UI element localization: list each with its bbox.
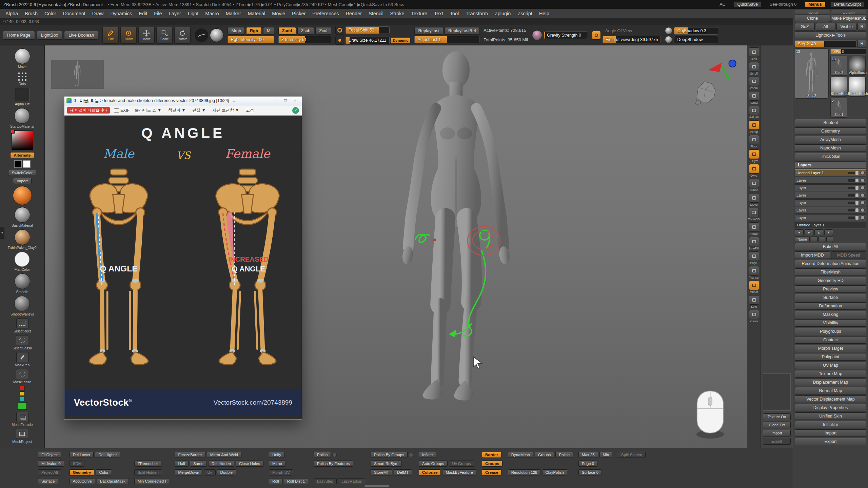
main-colors[interactable] (14, 160, 31, 168)
bottom-auto-groups[interactable]: Auto Groups (419, 461, 448, 467)
strip-l-sym[interactable]: L.Sym (749, 149, 759, 163)
layer-layer[interactable]: Layer (795, 207, 866, 214)
rotate-button[interactable]: Rotate (174, 27, 191, 44)
bottom-min[interactable]: Min (599, 452, 613, 458)
bottom-groups[interactable]: Groups (535, 452, 554, 458)
strip-zoom3d[interactable]: Zoom3D (748, 208, 760, 221)
black-swatch[interactable] (14, 160, 22, 168)
viewer-menu-고정[interactable]: 고정 (244, 107, 255, 114)
live-boolean-button[interactable]: Live Boolean (64, 31, 98, 40)
bottom-uv-groups[interactable]: Uv Groups (449, 461, 474, 467)
panel-normal-map[interactable]: Normal Map (795, 387, 866, 394)
color-picker[interactable] (12, 130, 33, 150)
layer-arrow-button[interactable]: ◄ (795, 229, 804, 235)
bottom-projectall[interactable]: ProjectAll (38, 469, 61, 475)
bottom-polish[interactable]: Polish (314, 452, 331, 458)
menu-text[interactable]: Text (431, 9, 447, 18)
panel-geometry[interactable]: Geometry (795, 127, 866, 135)
panel-header-layers[interactable]: Layers (795, 161, 866, 168)
menu-light[interactable]: Light (184, 9, 202, 18)
panel-polygroups[interactable]: Polygroups (795, 328, 866, 335)
layer-arrow-button[interactable]: ▼ (824, 229, 833, 235)
sidebar-item-maskpen[interactable]: MaskPen (15, 352, 30, 367)
menu-alpha[interactable]: Alpha (2, 9, 21, 18)
rgb-button[interactable]: Rgb (246, 27, 262, 35)
sidebar-item-move[interactable]: Move (15, 48, 30, 69)
panel-slider-step2-48[interactable]: Step2. 48 (795, 40, 856, 47)
quicksave-button[interactable]: QuickSave (734, 1, 762, 7)
panel-initialize[interactable]: Initialize (795, 421, 866, 428)
maximize-button[interactable]: □ (281, 98, 290, 104)
panel-r[interactable]: R (857, 23, 866, 30)
bottom-surface[interactable]: Surface (38, 478, 58, 484)
panel-geometry-hd[interactable]: Geometry HD (795, 277, 866, 284)
bottom-delmt[interactable]: DelMT (394, 469, 412, 475)
zadd-button[interactable]: Zadd (278, 27, 296, 35)
brush-alphabrush[interactable]: AlphaBrush (849, 56, 866, 76)
lightbox-button[interactable]: LightBox (37, 31, 63, 40)
color-swatch[interactable] (20, 386, 25, 390)
bottom-mirror-and-weld[interactable]: Mirror And Weld (207, 452, 241, 458)
bottom-min-connected-i[interactable]: Min Connected I (134, 478, 170, 484)
panel-fibermesh[interactable]: FiberMesh (795, 268, 866, 276)
move-button[interactable]: Move (138, 27, 155, 44)
strip-xpose[interactable]: Xpose (749, 310, 759, 323)
bottom-zremesher[interactable]: ZRemesher (134, 461, 161, 467)
sidebar-item-flat-color[interactable]: Flat Color (15, 252, 30, 271)
bottom-polish[interactable]: Polish (555, 452, 573, 458)
panel-import[interactable]: Import (795, 10, 830, 14)
sidebar-item-sphere[interactable] (13, 186, 32, 205)
bottom-del-higher[interactable]: Del Higher (95, 452, 120, 458)
eye-icon[interactable] (861, 186, 865, 190)
bottom-mergedown[interactable]: MergeDown (175, 469, 202, 475)
panel-goz[interactable]: GoZ (795, 23, 815, 30)
layer-untitled-layer-1[interactable]: Untitled Layer 1 (795, 169, 866, 176)
viewer-menu-편집[interactable]: 편집 ▼ (191, 107, 207, 114)
bottom-split-hidden[interactable]: Split Hidden (134, 469, 162, 475)
bottom-border[interactable]: Border (482, 452, 501, 458)
layer-arrow-button[interactable]: ▲ (814, 229, 823, 235)
m-button[interactable]: M (263, 27, 274, 35)
panel-r[interactable]: R (857, 40, 866, 47)
menus-button[interactable]: Menus (805, 1, 826, 7)
panel-clone[interactable]: Clone (795, 15, 830, 22)
menu-transform[interactable]: Transform (462, 9, 491, 18)
stroke-icon[interactable] (195, 28, 208, 42)
default-zscript-button[interactable]: DefaultZScript (830, 1, 865, 7)
sidebar-item-meshproject[interactable]: MeshProject (12, 429, 32, 444)
sidebar-item-import[interactable]: Import (13, 178, 32, 184)
menu-zscript[interactable]: Zscript (514, 9, 536, 18)
panel-visible[interactable]: Visible (836, 23, 856, 30)
edit-button[interactable]: Edit (102, 27, 119, 44)
menu-brush[interactable]: Brush (21, 9, 41, 18)
bottom-storemt[interactable]: StoreMT (371, 469, 392, 475)
bottom-close-holes[interactable]: Close Holes (236, 461, 263, 467)
sidebar-item-selectlasso[interactable]: SelectLasso (13, 335, 32, 350)
layer-intensity-slider[interactable] (848, 202, 859, 204)
bottom-roll-dist-1[interactable]: Roll Dist 1 (284, 478, 308, 484)
bottom-dynamesh[interactable]: DynaMesh (508, 452, 533, 458)
layer-arrow-button[interactable]: ► (805, 229, 813, 235)
layer-layer[interactable]: Layer (795, 192, 866, 199)
strip-transp[interactable]: Transp (749, 266, 759, 279)
z-intensity-slider[interactable]: Z Intensity 51 (278, 36, 331, 43)
sidebar-item-startupmaterial[interactable]: StartupMaterial (10, 108, 34, 128)
panel-preview[interactable]: Preview (795, 285, 866, 293)
bottom-resolution-128[interactable]: Resolution 128 (508, 469, 541, 475)
strip-move[interactable]: Move (749, 193, 759, 206)
bottom-surface-0[interactable]: Surface 0 (578, 469, 602, 475)
bottom-sdiv[interactable]: SDiv (70, 461, 84, 467)
menu-movie[interactable]: Movie (269, 9, 289, 18)
sidebar-item-alternate[interactable]: Alternate (10, 152, 35, 158)
panel-export[interactable]: Export (831, 10, 866, 14)
mini-import[interactable]: Import (763, 430, 791, 436)
layer-intensity-slider[interactable] (848, 179, 859, 182)
bottom-split-screen[interactable]: Split Screen (618, 452, 646, 458)
bottom-polish-by-groups[interactable]: Polish By Groups (371, 452, 408, 458)
sidebar-item-picker[interactable] (12, 130, 33, 150)
bottom-mirror[interactable]: Mirror (269, 461, 286, 467)
menu-macro[interactable]: Macro (202, 9, 222, 18)
spix-slider[interactable]: SPix 3 (830, 48, 866, 55)
active-tool-thumbnail[interactable]: 13Step2 (795, 48, 829, 99)
panel-thick-skin[interactable]: Thick Skin (795, 153, 866, 160)
